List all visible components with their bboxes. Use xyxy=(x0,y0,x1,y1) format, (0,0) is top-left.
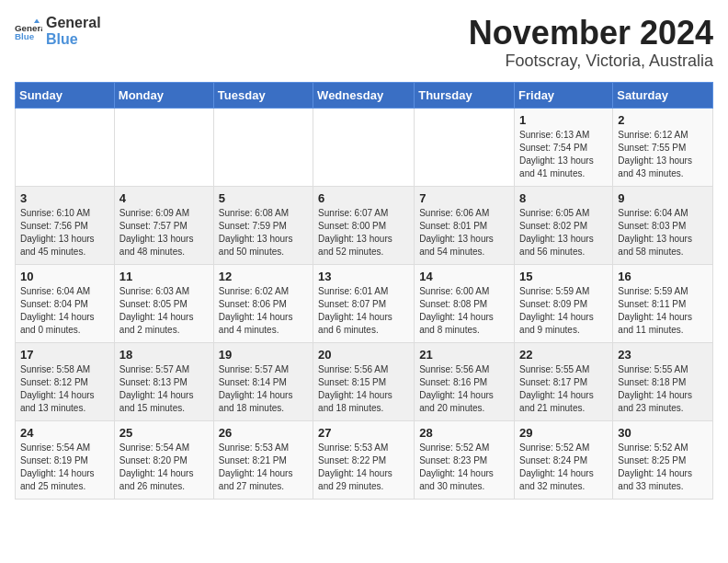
calendar-cell xyxy=(213,108,313,186)
day-number: 13 xyxy=(318,270,409,283)
calendar-cell: 8Sunrise: 6:05 AM Sunset: 8:02 PM Daylig… xyxy=(515,186,613,264)
week-row-2: 3Sunrise: 6:10 AM Sunset: 7:56 PM Daylig… xyxy=(16,186,713,264)
calendar-cell: 12Sunrise: 6:02 AM Sunset: 8:06 PM Dayli… xyxy=(213,264,313,342)
logo: General Blue General Blue xyxy=(15,15,101,47)
calendar-cell: 17Sunrise: 5:58 AM Sunset: 8:12 PM Dayli… xyxy=(16,342,115,420)
calendar-cell: 27Sunrise: 5:53 AM Sunset: 8:22 PM Dayli… xyxy=(313,420,415,499)
calendar-cell: 1Sunrise: 6:13 AM Sunset: 7:54 PM Daylig… xyxy=(515,108,613,186)
day-number: 25 xyxy=(119,426,209,440)
day-number: 20 xyxy=(318,348,409,362)
logo-general: General xyxy=(46,15,101,31)
day-number: 9 xyxy=(618,191,708,205)
day-detail: Sunrise: 5:59 AM Sunset: 8:11 PM Dayligh… xyxy=(618,285,708,337)
header-day-tuesday: Tuesday xyxy=(213,82,313,108)
day-detail: Sunrise: 5:57 AM Sunset: 8:14 PM Dayligh… xyxy=(219,363,308,415)
svg-text:Blue: Blue xyxy=(15,31,35,41)
day-number: 5 xyxy=(219,191,308,205)
day-number: 12 xyxy=(219,270,308,283)
calendar-cell: 3Sunrise: 6:10 AM Sunset: 7:56 PM Daylig… xyxy=(16,186,115,264)
day-number: 22 xyxy=(519,348,608,362)
week-row-4: 17Sunrise: 5:58 AM Sunset: 8:12 PM Dayli… xyxy=(16,342,713,420)
week-row-5: 24Sunrise: 5:54 AM Sunset: 8:19 PM Dayli… xyxy=(16,420,713,499)
calendar-cell: 5Sunrise: 6:08 AM Sunset: 7:59 PM Daylig… xyxy=(213,186,313,264)
header-day-wednesday: Wednesday xyxy=(313,82,415,108)
calendar-cell: 10Sunrise: 6:04 AM Sunset: 8:04 PM Dayli… xyxy=(16,264,115,342)
day-detail: Sunrise: 6:04 AM Sunset: 8:03 PM Dayligh… xyxy=(618,207,708,259)
day-detail: Sunrise: 5:52 AM Sunset: 8:23 PM Dayligh… xyxy=(419,442,509,493)
day-number: 16 xyxy=(618,270,708,283)
day-detail: Sunrise: 5:53 AM Sunset: 8:22 PM Dayligh… xyxy=(318,442,409,493)
calendar-cell: 24Sunrise: 5:54 AM Sunset: 8:19 PM Dayli… xyxy=(16,420,115,499)
calendar-cell: 11Sunrise: 6:03 AM Sunset: 8:05 PM Dayli… xyxy=(114,264,213,342)
header-day-thursday: Thursday xyxy=(415,82,515,108)
calendar-cell: 26Sunrise: 5:53 AM Sunset: 8:21 PM Dayli… xyxy=(213,420,313,499)
day-number: 28 xyxy=(419,426,509,440)
day-number: 3 xyxy=(20,191,109,205)
day-number: 6 xyxy=(318,191,409,205)
day-detail: Sunrise: 5:59 AM Sunset: 8:09 PM Dayligh… xyxy=(519,285,608,337)
calendar-cell: 14Sunrise: 6:00 AM Sunset: 8:08 PM Dayli… xyxy=(415,264,515,342)
header-day-sunday: Sunday xyxy=(16,82,115,108)
calendar-cell: 16Sunrise: 5:59 AM Sunset: 8:11 PM Dayli… xyxy=(613,264,713,342)
day-detail: Sunrise: 6:10 AM Sunset: 7:56 PM Dayligh… xyxy=(20,207,109,259)
day-detail: Sunrise: 5:55 AM Sunset: 8:18 PM Dayligh… xyxy=(618,363,708,415)
calendar-cell: 19Sunrise: 5:57 AM Sunset: 8:14 PM Dayli… xyxy=(213,342,313,420)
calendar-cell: 28Sunrise: 5:52 AM Sunset: 8:23 PM Dayli… xyxy=(415,420,515,499)
day-number: 2 xyxy=(618,113,708,127)
calendar-cell xyxy=(313,108,415,186)
day-detail: Sunrise: 5:54 AM Sunset: 8:20 PM Dayligh… xyxy=(119,442,209,493)
day-number: 21 xyxy=(419,348,509,362)
day-detail: Sunrise: 5:54 AM Sunset: 8:19 PM Dayligh… xyxy=(20,442,109,493)
logo-blue: Blue xyxy=(46,31,101,48)
day-number: 7 xyxy=(419,191,509,205)
calendar-cell: 29Sunrise: 5:52 AM Sunset: 8:24 PM Dayli… xyxy=(515,420,613,499)
calendar-cell: 7Sunrise: 6:06 AM Sunset: 8:01 PM Daylig… xyxy=(415,186,515,264)
calendar-cell: 2Sunrise: 6:12 AM Sunset: 7:55 PM Daylig… xyxy=(613,108,713,186)
calendar-cell: 20Sunrise: 5:56 AM Sunset: 8:15 PM Dayli… xyxy=(313,342,415,420)
day-number: 18 xyxy=(119,348,209,362)
calendar-cell: 4Sunrise: 6:09 AM Sunset: 7:57 PM Daylig… xyxy=(114,186,213,264)
week-row-3: 10Sunrise: 6:04 AM Sunset: 8:04 PM Dayli… xyxy=(16,264,713,342)
calendar-cell: 22Sunrise: 5:55 AM Sunset: 8:17 PM Dayli… xyxy=(515,342,613,420)
day-detail: Sunrise: 6:07 AM Sunset: 8:00 PM Dayligh… xyxy=(318,207,409,259)
location-title: Footscray, Victoria, Australia xyxy=(469,52,713,71)
calendar-cell: 21Sunrise: 5:56 AM Sunset: 8:16 PM Dayli… xyxy=(415,342,515,420)
day-detail: Sunrise: 5:56 AM Sunset: 8:16 PM Dayligh… xyxy=(419,363,509,415)
day-detail: Sunrise: 6:08 AM Sunset: 7:59 PM Dayligh… xyxy=(219,207,308,259)
day-detail: Sunrise: 6:04 AM Sunset: 8:04 PM Dayligh… xyxy=(20,285,109,337)
header-day-saturday: Saturday xyxy=(613,82,713,108)
day-number: 14 xyxy=(419,270,509,283)
header-row: SundayMondayTuesdayWednesdayThursdayFrid… xyxy=(16,82,713,108)
day-detail: Sunrise: 5:56 AM Sunset: 8:15 PM Dayligh… xyxy=(318,363,409,415)
day-detail: Sunrise: 5:53 AM Sunset: 8:21 PM Dayligh… xyxy=(219,442,308,493)
header: General Blue General Blue November 2024 … xyxy=(15,15,713,71)
calendar-cell: 30Sunrise: 5:52 AM Sunset: 8:25 PM Dayli… xyxy=(613,420,713,499)
day-number: 1 xyxy=(519,113,608,127)
calendar-cell xyxy=(114,108,213,186)
title-area: November 2024 Footscray, Victoria, Austr… xyxy=(469,15,713,71)
svg-marker-2 xyxy=(34,18,40,23)
calendar-cell: 6Sunrise: 6:07 AM Sunset: 8:00 PM Daylig… xyxy=(313,186,415,264)
day-number: 11 xyxy=(119,270,209,283)
day-detail: Sunrise: 5:52 AM Sunset: 8:25 PM Dayligh… xyxy=(618,442,708,493)
week-row-1: 1Sunrise: 6:13 AM Sunset: 7:54 PM Daylig… xyxy=(16,108,713,186)
calendar-cell xyxy=(16,108,115,186)
day-detail: Sunrise: 5:58 AM Sunset: 8:12 PM Dayligh… xyxy=(20,363,109,415)
day-number: 10 xyxy=(20,270,109,283)
calendar-cell: 13Sunrise: 6:01 AM Sunset: 8:07 PM Dayli… xyxy=(313,264,415,342)
day-detail: Sunrise: 6:12 AM Sunset: 7:55 PM Dayligh… xyxy=(618,129,708,180)
calendar-cell: 25Sunrise: 5:54 AM Sunset: 8:20 PM Dayli… xyxy=(114,420,213,499)
day-number: 30 xyxy=(618,426,708,440)
day-detail: Sunrise: 6:00 AM Sunset: 8:08 PM Dayligh… xyxy=(419,285,509,337)
day-number: 29 xyxy=(519,426,608,440)
day-detail: Sunrise: 6:13 AM Sunset: 7:54 PM Dayligh… xyxy=(519,129,608,180)
calendar-cell: 9Sunrise: 6:04 AM Sunset: 8:03 PM Daylig… xyxy=(613,186,713,264)
calendar-cell: 18Sunrise: 5:57 AM Sunset: 8:13 PM Dayli… xyxy=(114,342,213,420)
day-detail: Sunrise: 6:06 AM Sunset: 8:01 PM Dayligh… xyxy=(419,207,509,259)
day-detail: Sunrise: 5:55 AM Sunset: 8:17 PM Dayligh… xyxy=(519,363,608,415)
day-detail: Sunrise: 6:09 AM Sunset: 7:57 PM Dayligh… xyxy=(119,207,209,259)
day-detail: Sunrise: 5:52 AM Sunset: 8:24 PM Dayligh… xyxy=(519,442,608,493)
day-number: 8 xyxy=(519,191,608,205)
day-number: 23 xyxy=(618,348,708,362)
day-detail: Sunrise: 6:03 AM Sunset: 8:05 PM Dayligh… xyxy=(119,285,209,337)
